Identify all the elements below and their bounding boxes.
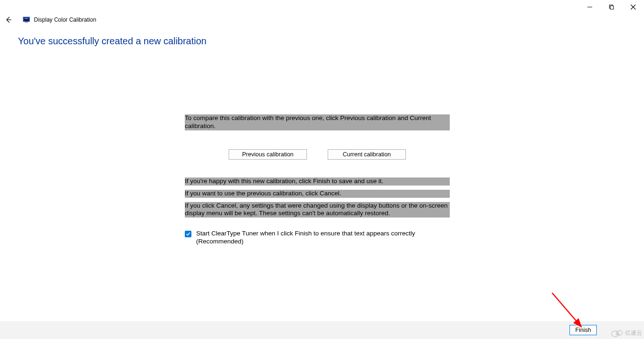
finish-instruction-text: If you're happy with this new calibratio… bbox=[185, 178, 450, 186]
svg-rect-2 bbox=[611, 6, 614, 9]
close-button[interactable] bbox=[622, 0, 644, 14]
svg-rect-10 bbox=[27, 18, 29, 19]
app-icon bbox=[23, 16, 30, 24]
cancel-warning-text: If you click Cancel, any settings that w… bbox=[185, 202, 450, 218]
footer-bar: Finish bbox=[0, 321, 644, 339]
svg-rect-8 bbox=[25, 18, 26, 19]
cancel-instruction-text: If you want to use the previous calibrat… bbox=[185, 190, 450, 198]
finish-button[interactable]: Finish bbox=[570, 325, 597, 335]
watermark: 亿速云 bbox=[611, 329, 642, 337]
maximize-button[interactable] bbox=[601, 0, 622, 14]
svg-rect-9 bbox=[26, 18, 27, 19]
previous-calibration-button[interactable]: Previous calibration bbox=[229, 149, 307, 160]
cleartype-checkbox-label: Start ClearType Tuner when I click Finis… bbox=[196, 230, 450, 246]
window-title: Display Color Calibration bbox=[34, 16, 96, 23]
current-calibration-button[interactable]: Current calibration bbox=[328, 149, 406, 160]
cleartype-checkbox[interactable] bbox=[185, 231, 191, 237]
svg-rect-11 bbox=[25, 22, 28, 23]
page-heading: You've successfully created a new calibr… bbox=[0, 27, 644, 47]
compare-instruction-text: To compare this calibration with the pre… bbox=[185, 114, 450, 130]
back-button[interactable] bbox=[4, 15, 13, 24]
minimize-button[interactable] bbox=[579, 0, 601, 14]
